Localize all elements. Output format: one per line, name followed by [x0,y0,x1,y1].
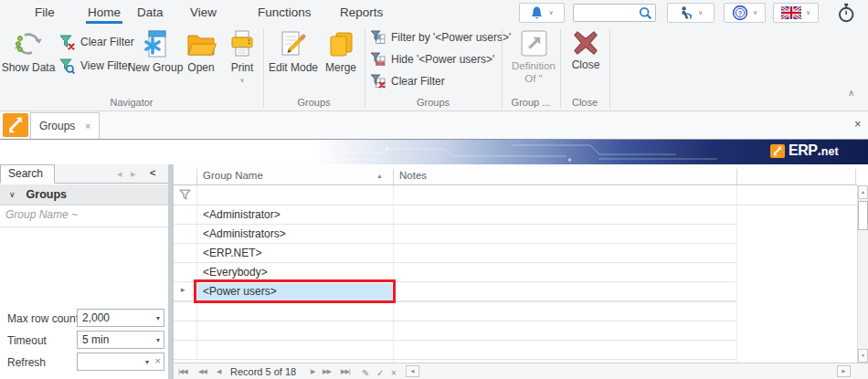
user-session-button[interactable]: ∨ [667,3,715,23]
refresh-arrow-icon[interactable]: ▾ [145,358,149,366]
cancel-edit-icon[interactable]: × [391,368,397,378]
merge-button[interactable]: Merge [321,28,361,74]
column-separator[interactable] [196,169,197,184]
max-row-count-select[interactable]: 2,000 ▾ [77,309,164,327]
timeout-arrow-icon[interactable]: ▾ [156,336,160,344]
timeout-label: Timeout [7,334,47,347]
cell-group-name[interactable]: <ERP.NET> [203,247,261,259]
group-label-close: Close [560,97,609,108]
person-icon [679,5,693,20]
hide-button[interactable]: Hide '<Power users>' [370,52,494,67]
clear-filter-button[interactable]: Clear Filter [58,34,134,50]
help-caret-icon: ∨ [753,9,757,16]
column-separator[interactable] [855,169,856,184]
nav-last-icon[interactable]: ▶▶| [341,368,350,375]
menu-home[interactable]: Home [88,5,121,19]
hscroll-left-button[interactable]: ◀ [406,365,419,377]
scroll-up-button[interactable]: ▲ [858,185,868,199]
group-name-filter-input[interactable] [5,208,152,221]
vertical-scrollbar[interactable]: ▲ ▼ [857,185,868,363]
groups-section-header[interactable]: ∨ Groups [0,184,168,205]
timeout-select[interactable]: 5 min ▾ [77,331,164,349]
groups-grid: Group Name ▲ Notes <Administrator> <Admi… [174,164,868,379]
definition-label-1: Definition [512,60,556,72]
print-label: Print [231,62,254,74]
panel-next-icon[interactable]: ▶ [131,171,135,178]
table-row[interactable]: <Administrators> [174,225,736,244]
merge-icon [325,28,356,59]
record-counter: Record 5 of 18 [230,366,296,377]
scroll-down-button[interactable]: ▼ [858,349,868,363]
timeout-value: 5 min [82,333,109,346]
show-data-button[interactable]: Show Data [2,28,55,74]
nav-prev-page-icon[interactable]: ◀◀ [198,368,206,375]
language-button[interactable]: ∨ [773,3,819,23]
notifications-button[interactable]: ∨ [519,3,565,23]
close-button[interactable]: Close [566,29,606,71]
view-filter-button[interactable]: View Filter [58,58,132,74]
auto-filter-row[interactable] [174,185,857,205]
hscroll-right-button[interactable]: ▶ [837,365,851,377]
nav-next-icon[interactable]: ▶ [311,368,314,375]
close-icon [572,29,599,57]
filter-by-label: Filter by '<Power users>' [391,31,511,44]
search-input[interactable] [576,5,638,20]
print-button[interactable]: Print ∨ [223,28,261,84]
tabbar-close-icon[interactable]: × [854,117,862,131]
record-navigator: |◀◀ ◀◀ ◀ Record 5 of 18 ▶ ▶▶ ▶▶| ✎ ✓ × ◀… [174,363,868,379]
circuit-pattern [0,140,868,165]
cell-group-name[interactable]: <Everybody> [203,266,268,279]
new-group-label: New Group [128,62,184,74]
search-icon[interactable] [639,6,652,20]
tab-groups[interactable]: Groups × [30,112,100,139]
help-button[interactable]: ? ∨ [724,3,766,23]
new-group-button[interactable]: New Group [130,28,181,74]
column-separator[interactable] [393,169,394,184]
table-row[interactable]: <Administrator> [174,205,736,225]
edit-record-icon[interactable]: ✎ [362,368,369,378]
menu-data[interactable]: Data [137,5,164,19]
menu-view[interactable]: View [190,5,217,19]
tab-close-icon[interactable]: × [85,121,90,132]
column-header-notes[interactable]: Notes [399,170,427,181]
group-label-group: Group ... [502,97,560,108]
panel-prev-icon[interactable]: ◀ [117,171,122,178]
column-separator[interactable] [736,169,737,184]
clear-filter-2-label: Clear Filter [391,75,445,88]
refresh-clear-icon[interactable]: × [155,355,161,366]
stopwatch-icon[interactable] [837,3,855,23]
clear-filter-2-button[interactable]: Clear Filter [370,74,445,89]
scroll-up-icon: ▲ [861,189,865,195]
filter-by-icon [370,30,386,45]
scrollbar-thumb[interactable] [858,201,868,230]
menu-functions[interactable]: Functions [258,5,312,19]
cell-group-name[interactable]: <Administrator> [203,208,281,221]
cell-group-name[interactable]: <Administrators> [203,227,286,240]
panel-collapse-icon[interactable]: < [150,167,155,178]
tab-groups-label: Groups [39,120,75,132]
filter-row-funnel-icon [179,189,191,200]
close-label: Close [572,59,600,71]
language-caret-icon: ∨ [806,9,810,16]
edit-mode-button[interactable]: Edit Mode [268,28,319,74]
tab-search[interactable]: Search [0,164,55,184]
bell-caret-icon: ∨ [548,9,553,16]
active-menu-underline [86,21,122,24]
table-row[interactable]: <ERP.NET> [174,244,736,263]
app-icon[interactable] [3,113,28,137]
filter-by-button[interactable]: Filter by '<Power users>' [370,30,511,45]
definition-of-button[interactable]: Definition Of " [508,29,559,84]
refresh-select[interactable]: ▾ × [77,353,164,371]
nav-prev-icon[interactable]: ◀ [217,368,220,375]
column-header-group-name[interactable]: Group Name [203,170,263,181]
ribbon-collapse-icon[interactable]: ∧ [848,88,854,98]
help-icon: ? [732,5,748,21]
open-button[interactable]: Open [181,28,221,74]
post-record-icon[interactable]: ✓ [376,368,384,378]
menu-bar: File Home Data View Functions Reports ∨ [0,0,868,26]
nav-first-icon[interactable]: |◀◀ [178,368,187,375]
max-row-count-arrow-icon[interactable]: ▾ [156,314,160,322]
menu-reports[interactable]: Reports [340,5,383,19]
menu-file[interactable]: File [35,5,55,19]
nav-next-page-icon[interactable]: ▶▶ [323,368,331,375]
